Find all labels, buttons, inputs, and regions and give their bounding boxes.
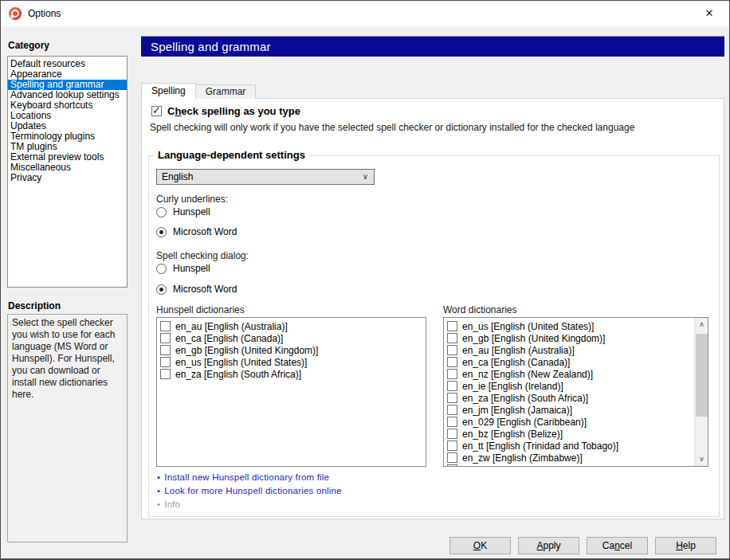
sidebar-category-item[interactable]: Privacy [8,173,127,183]
info-link-row: •Info [157,499,180,509]
dictionary-checkbox[interactable] [447,369,457,379]
group-title: Language-dependent settings [154,149,309,161]
dictionary-checkbox[interactable] [447,333,457,343]
dictionary-list-item[interactable]: en_tt [English (Trinidad and Tobago)] [444,440,694,452]
spell-dialog-label: Spell checking dialog: [156,250,249,261]
info-link: Info [164,499,180,509]
word-list-scrollbar[interactable]: ∧ ∨ [694,318,708,466]
window-title: Options [28,1,61,26]
scroll-up-icon[interactable]: ∧ [695,318,708,331]
description-heading: Description [8,300,61,311]
curly-msword-option[interactable]: Microsoft Word [156,226,237,237]
dictionary-checkbox[interactable] [447,417,457,427]
check-icon: ✓ [152,104,161,116]
language-select-value: English [162,171,193,182]
dictionary-list-item[interactable]: en_us [English (United States)] [157,356,426,368]
dictionary-list-item[interactable]: en_au [English (Australia)] [157,320,426,332]
check-spelling-label: Check spelling as you type [167,105,300,117]
radio-curly-hunspell[interactable] [156,207,167,217]
dictionary-checkbox[interactable] [447,405,457,415]
close-icon[interactable]: ✕ [693,1,726,26]
hunspell-dictionary-list[interactable]: en_au [English (Australia)] en_ca [Engli… [156,317,426,467]
scroll-down-icon[interactable]: ∨ [695,452,708,466]
bullet-icon: • [157,472,160,482]
dictionary-checkbox[interactable] [447,321,457,331]
dictionary-list-item[interactable]: en_jm [English (Jamaica)] [444,404,694,416]
dictionary-list-item[interactable]: en_zw [English (Zimbabwe)] [444,452,694,464]
dictionary-checkbox[interactable] [447,357,457,367]
page-title: Spelling and grammar [141,37,724,57]
dictionary-list-item[interactable]: en_za [English (South Africa)] [157,368,426,380]
dictionary-checkbox[interactable] [160,357,171,367]
dictionary-checkbox[interactable] [447,452,457,463]
radio-dialog-hunspell[interactable] [156,264,167,274]
help-button[interactable]: Help [655,537,716,554]
cancel-button[interactable]: Cancel [587,537,648,554]
category-list[interactable]: Default resources Appearance Spelling an… [7,56,128,288]
curly-underlines-label: Curly underlines: [156,194,228,205]
chevron-down-icon: ∨ [363,170,368,184]
tab-strip: Spelling Grammar [141,83,256,99]
dictionary-checkbox[interactable] [160,321,171,331]
spell-check-note: Spell checking will only work if you hav… [150,122,634,133]
install-dictionary-link[interactable]: Install new Hunspell dictionary from fil… [164,472,329,482]
check-spelling-row[interactable]: ✓ Check spelling as you type [151,105,300,117]
dictionary-list-item[interactable]: en_gb [English (United Kingdom)] [157,344,426,356]
dictionary-list-item[interactable]: en_au [English (Australia)] [444,344,694,356]
dictionary-checkbox[interactable] [447,429,457,439]
dictionary-list-item[interactable]: en_029 [English (Caribbean)] [444,416,694,428]
dictionary-list-item[interactable]: en_ca [English (Canada)] [157,332,426,344]
ok-button[interactable]: OK [449,537,511,554]
dictionary-checkbox[interactable] [160,369,171,379]
radio-curly-msword[interactable] [156,227,167,237]
word-list-label: Word dictionaries [443,304,516,315]
dictionary-list-item[interactable]: en_us [English (United States)] [444,320,694,332]
language-select[interactable]: English ∨ [156,169,375,185]
options-dialog: Options ✕ Category Default resources App… [0,0,730,560]
description-box: Select the spell checker you wish to use… [7,314,128,542]
app-logo-icon [9,7,22,20]
dictionary-checkbox[interactable] [447,393,457,403]
check-spelling-checkbox[interactable]: ✓ [151,106,162,116]
dictionary-list-item[interactable]: en_ca [English (Canada)] [444,356,694,368]
dialog-hunspell-option[interactable]: Hunspell [156,263,210,274]
dictionary-checkbox[interactable] [160,333,171,343]
dictionary-list-item[interactable]: en_za [English (South Africa)] [444,392,694,404]
dictionary-checkbox[interactable] [447,381,457,391]
install-dictionary-link-row: •Install new Hunspell dictionary from fi… [157,472,329,482]
apply-button[interactable]: Apply [518,537,579,554]
spelling-tab-panel: ✓ Check spelling as you type Spell check… [141,98,724,519]
dictionary-checkbox[interactable] [447,441,457,451]
dictionary-list-item[interactable]: en_bz [English (Belize)] [444,428,694,440]
word-dictionary-list[interactable]: ∧ ∨ en_us [English (United States)] en_g… [443,317,708,467]
dictionary-list-item[interactable]: en_nz [English (New Zealand)] [444,368,694,380]
dictionary-checkbox[interactable] [160,345,171,355]
radio-dialog-msword[interactable] [156,284,167,295]
bullet-icon: • [157,499,160,509]
dictionary-checkbox[interactable] [447,464,457,467]
dictionary-list-item[interactable]: en_ph [English (Philippines)] [444,464,694,467]
page-header: Spelling and grammar [141,36,724,57]
language-settings-group: Language-dependent settings English ∨ Cu… [148,155,720,517]
tab-spelling[interactable]: Spelling [141,83,196,99]
more-dictionaries-link[interactable]: Look for more Hunspell dictionaries onli… [164,486,342,495]
hunspell-list-label: Hunspell dictionaries [156,304,245,315]
tab-grammar[interactable]: Grammar [196,84,257,99]
dictionary-checkbox[interactable] [447,345,457,355]
scrollbar-thumb[interactable] [696,334,708,417]
dictionary-list-item[interactable]: en_ie [English (Ireland)] [444,380,694,392]
category-heading: Category [8,40,49,51]
dialog-msword-option[interactable]: Microsoft Word [156,284,237,295]
dictionary-list-item[interactable]: en_gb [English (United Kingdom)] [444,332,694,344]
bullet-icon: • [157,486,160,495]
curly-hunspell-option[interactable]: Hunspell [156,206,210,217]
title-bar: Options ✕ [1,1,729,26]
more-dictionaries-link-row: •Look for more Hunspell dictionaries onl… [157,486,342,495]
